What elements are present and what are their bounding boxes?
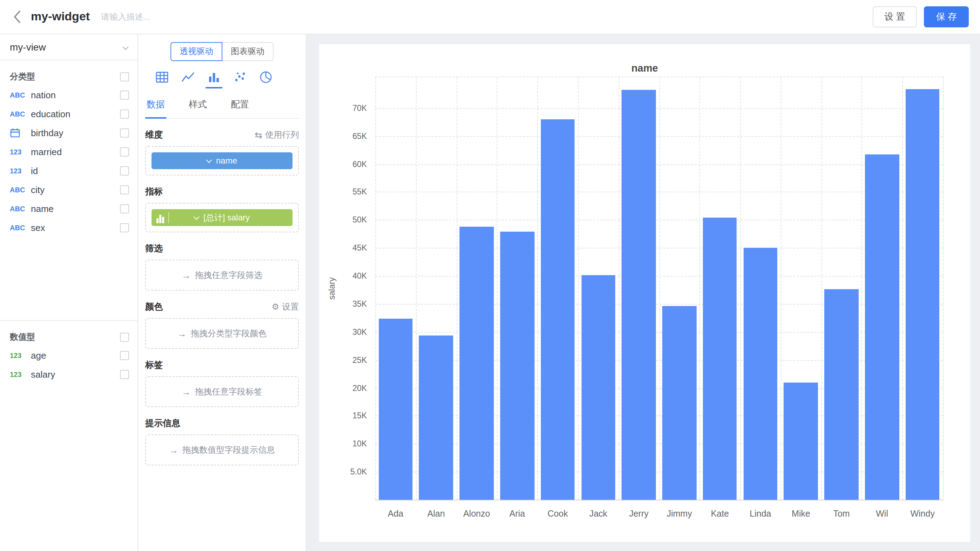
y-tick-label: 5.0K xyxy=(350,467,367,476)
bar-cook[interactable] xyxy=(541,119,575,500)
field-checkbox[interactable] xyxy=(120,110,129,119)
field-item-birthday[interactable]: birthday xyxy=(10,124,129,142)
color-settings-button[interactable]: ⚙ 设置 xyxy=(272,301,299,313)
tooltip-dropzone[interactable]: → 拖拽数值型字段提示信息 xyxy=(145,435,299,465)
table-chart-icon[interactable] xyxy=(154,69,170,88)
bar-ada[interactable] xyxy=(379,318,412,500)
line-chart-icon[interactable] xyxy=(180,69,196,88)
swap-icon: ⇆ xyxy=(255,129,262,140)
tab-style[interactable]: 样式 xyxy=(187,92,208,118)
field-checkbox[interactable] xyxy=(120,147,129,156)
field-item-age[interactable]: 123age xyxy=(10,346,129,365)
field-checkbox[interactable] xyxy=(120,91,129,100)
bar-aria[interactable] xyxy=(500,232,534,500)
dimension-dropzone[interactable]: name xyxy=(145,146,299,175)
back-button[interactable] xyxy=(11,7,22,27)
text-type-icon: ABC xyxy=(10,224,31,232)
x-tick-label: Jerry xyxy=(629,509,649,519)
dimension-pill-name[interactable]: name xyxy=(151,152,293,169)
measure-pill-label: [总计] salary xyxy=(204,212,250,224)
section-checkbox[interactable] xyxy=(120,72,129,81)
mode-tab-pivot-driven[interactable]: 透视驱动 xyxy=(170,42,223,61)
arrow-right-icon: → xyxy=(182,386,191,397)
field-item-sex[interactable]: ABCsex xyxy=(10,218,129,237)
bar-wil[interactable] xyxy=(865,154,899,500)
bar-jerry[interactable] xyxy=(622,90,656,500)
dimension-label: 维度 xyxy=(145,129,163,141)
bar-mike[interactable] xyxy=(784,383,818,500)
tab-config[interactable]: 配置 xyxy=(229,92,250,118)
v-gridline xyxy=(740,77,741,500)
arrow-right-icon: → xyxy=(178,328,186,339)
field-item-married[interactable]: 123married xyxy=(10,142,129,161)
arrow-right-icon: → xyxy=(169,445,178,455)
field-checkbox[interactable] xyxy=(120,223,129,233)
y-tick-label: 60K xyxy=(353,160,367,168)
y-tick-label: 65K xyxy=(353,132,367,140)
measure-pill-salary[interactable]: [总计] salary xyxy=(151,209,293,226)
v-gridline xyxy=(781,77,781,500)
bar-alan[interactable] xyxy=(419,335,453,500)
x-tick-label: Tom xyxy=(833,509,850,519)
chart-title: name xyxy=(319,62,970,74)
number-type-icon: 123 xyxy=(10,148,31,156)
chart-type-switcher xyxy=(154,69,299,88)
bar-windy[interactable] xyxy=(906,89,940,500)
field-checkbox[interactable] xyxy=(120,370,129,379)
field-checkbox[interactable] xyxy=(120,166,129,175)
measure-label: 指标 xyxy=(145,186,163,197)
field-name: age xyxy=(31,350,120,361)
field-item-city[interactable]: ABCcity xyxy=(10,180,129,199)
bar-tom[interactable] xyxy=(825,289,859,500)
label-dropzone[interactable]: → 拖拽任意字段标签 xyxy=(145,376,299,407)
pie-chart-icon[interactable] xyxy=(258,69,274,88)
tab-data[interactable]: 数据 xyxy=(145,92,166,119)
widget-title: my-widget xyxy=(31,10,90,24)
bar-alonzo[interactable] xyxy=(460,227,493,500)
y-tick-label: 55K xyxy=(353,188,367,196)
y-tick-label: 20K xyxy=(353,384,367,392)
save-button[interactable]: 保 存 xyxy=(924,6,969,27)
x-tick-label: Jimmy xyxy=(667,509,692,519)
field-list: 分类型ABCnationABCeducationbirthday123marri… xyxy=(0,61,137,551)
measure-dropzone[interactable]: [总计] salary xyxy=(145,203,299,233)
bar-jimmy[interactable] xyxy=(662,306,696,500)
bar-kate[interactable] xyxy=(703,218,737,500)
field-item-salary[interactable]: 123salary xyxy=(10,365,129,384)
section-checkbox[interactable] xyxy=(120,332,129,341)
bar-chart-icon[interactable] xyxy=(205,69,223,88)
y-tick-label: 15K xyxy=(353,412,367,420)
field-item-education[interactable]: ABCeducation xyxy=(10,105,129,124)
color-settings-label: 设置 xyxy=(282,301,299,313)
field-checkbox[interactable] xyxy=(120,351,129,360)
field-name: nation xyxy=(31,90,120,100)
x-tick-label: Alan xyxy=(427,509,445,519)
scatter-chart-icon[interactable] xyxy=(232,69,248,88)
mode-tab-chart-driven[interactable]: 图表驱动 xyxy=(222,42,274,61)
view-selector[interactable]: my-view xyxy=(0,34,137,61)
use-rows-columns-button[interactable]: ⇆ 使用行列 xyxy=(255,129,299,141)
settings-button[interactable]: 设 置 xyxy=(873,6,917,27)
chevron-down-icon xyxy=(206,157,212,163)
gear-icon: ⚙ xyxy=(272,302,279,312)
bar-jack[interactable] xyxy=(581,276,615,500)
x-tick-label: Cook xyxy=(547,509,568,519)
filter-dropzone[interactable]: → 拖拽任意字段筛选 xyxy=(145,260,299,291)
bar-linda[interactable] xyxy=(743,248,777,500)
field-name: birthday xyxy=(31,128,120,138)
field-item-id[interactable]: 123id xyxy=(10,161,129,180)
field-name: salary xyxy=(31,369,120,380)
field-item-name[interactable]: ABCname xyxy=(10,199,129,218)
tooltip-label: 提示信息 xyxy=(145,417,180,429)
label-label: 标签 xyxy=(145,359,163,371)
color-dropzone[interactable]: → 拖拽分类型字段颜色 xyxy=(145,318,299,349)
y-tick-label: 25K xyxy=(353,355,367,364)
field-item-nation[interactable]: ABCnation xyxy=(10,86,129,105)
y-tick-label: 50K xyxy=(353,216,367,224)
field-checkbox[interactable] xyxy=(120,185,129,194)
field-checkbox[interactable] xyxy=(120,204,129,213)
topbar: my-widget 设 置 保 存 xyxy=(0,0,980,34)
field-checkbox[interactable] xyxy=(120,129,129,138)
y-tick-label: 35K xyxy=(353,300,367,308)
description-input[interactable] xyxy=(101,12,234,22)
